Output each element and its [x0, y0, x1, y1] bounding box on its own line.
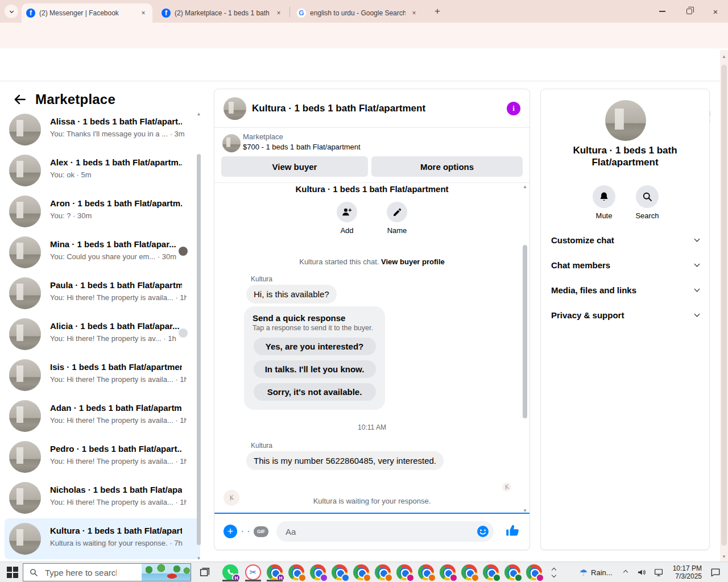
search-in-chat-button[interactable]: Search [632, 185, 662, 220]
tab-search-button[interactable] [5, 5, 18, 18]
chat-preview: You: Hi there! The property is availa...… [50, 457, 187, 465]
quick-reply-yes-button[interactable]: Yes, are you interested? [254, 338, 376, 355]
chrome-taskbar-icon[interactable] [526, 564, 542, 580]
conversation-title[interactable]: Kultura · 1 beds 1 bath Flat/apartment [252, 103, 507, 114]
chrome-taskbar-icon[interactable] [483, 564, 499, 580]
chrome-taskbar-icon[interactable] [504, 564, 520, 580]
conversation-panel: Kultura · 1 beds 1 bath Flat/apartment i… [214, 89, 530, 550]
search-label: Search [635, 211, 659, 220]
emoji-button[interactable] [476, 525, 490, 541]
chrome-taskbar-icon[interactable] [288, 564, 304, 580]
message-text-field[interactable] [284, 526, 471, 537]
message-input[interactable] [276, 521, 494, 542]
weather-label[interactable]: Rain... [591, 568, 613, 577]
volume-button[interactable] [636, 567, 647, 577]
taskbar-clock[interactable]: 10:17 PM 7/3/2025 [673, 564, 702, 580]
chat-list-item-paula[interactable]: Paula · 1 beds 1 bath Flat/apartm... You… [0, 273, 205, 314]
close-icon[interactable]: × [274, 9, 283, 18]
tab-messenger[interactable]: f (2) Messenger | Facebook × [22, 3, 152, 23]
rename-chat-button[interactable]: Name [382, 202, 412, 235]
chrome-taskbar-icon[interactable] [310, 564, 326, 580]
chrome-taskbar-icon[interactable] [396, 564, 412, 580]
section-chat-members[interactable]: Chat members [541, 252, 709, 277]
scroll-up-arrow[interactable]: ▲ [720, 55, 728, 59]
chrome-taskbar-icon[interactable] [353, 564, 369, 580]
chrome-taskbar-icon[interactable]: H [267, 564, 283, 580]
whatsapp-taskbar-icon[interactable]: H [222, 564, 238, 580]
back-arrow-icon[interactable] [13, 92, 27, 107]
window-minimize-button[interactable] [649, 0, 675, 23]
speaker-icon [636, 567, 647, 577]
tray-expand-chevron[interactable] [623, 570, 627, 575]
chevron-down-icon [552, 572, 556, 577]
chat-list-item-alicia[interactable]: Alicia · 1 beds 1 bath Flat/apar... You:… [0, 314, 205, 355]
taskbar-search[interactable] [23, 563, 191, 581]
window-close-button[interactable]: × [702, 0, 728, 23]
quick-reply-sorry-button[interactable]: Sorry, it's not available. [254, 383, 376, 401]
chrome-taskbar-icon[interactable] [418, 564, 434, 580]
facebook-favicon: f [162, 9, 171, 18]
chat-list-item-mina[interactable]: Mina · 1 beds 1 bath Flat/apar... You: C… [0, 232, 205, 273]
chat-list-item-kultura-selected[interactable]: Kultura · 1 beds 1 bath Flat/apart... Ku… [0, 518, 205, 559]
scroll-down-arrow[interactable]: ▼ [720, 555, 728, 559]
active-app-indicator [222, 580, 238, 581]
scroll-up-arrow[interactable]: ▲ [196, 112, 201, 117]
close-icon[interactable]: × [410, 9, 419, 18]
banner-source: Marketplace [243, 132, 283, 141]
tab-marketplace[interactable]: f (2) Marketplace - 1 beds 1 bath × [157, 3, 288, 23]
profile-badge [514, 573, 523, 582]
scroll-down-arrow[interactable]: ▼ [196, 556, 201, 561]
quick-reply-in-talks-button[interactable]: In talks. I'll let you know. [254, 360, 376, 378]
scrollbar-thumb[interactable] [721, 65, 727, 546]
chat-scrollbar[interactable]: ▲ ▼ [522, 185, 528, 513]
scroll-up-arrow[interactable]: ▲ [522, 185, 528, 189]
chat-list-item-pedro[interactable]: Pedro · 1 beds 1 bath Flat/apart... You:… [0, 436, 205, 477]
sticker-icon[interactable] [248, 525, 250, 538]
page-scrollbar[interactable]: ▲ ▼ [720, 50, 728, 562]
scrollbar-thumb[interactable] [523, 245, 527, 418]
section-privacy-support[interactable]: Privacy & support [541, 302, 709, 327]
chat-list-item-aron[interactable]: Aron · 1 beds 1 bath Flat/apartm... You:… [0, 191, 205, 232]
snipping-tool-taskbar-icon[interactable]: ✂ [245, 564, 261, 580]
action-center-button[interactable] [710, 567, 721, 578]
message-scroll-area[interactable]: Kultura · 1 beds 1 bath Flat/apartment A… [214, 183, 530, 513]
chat-list-item-alex[interactable]: Alex · 1 beds 1 bath Flat/apartm... You:… [0, 150, 205, 191]
start-button[interactable] [7, 567, 18, 578]
close-icon[interactable]: × [139, 9, 148, 18]
mute-button[interactable]: Mute [589, 185, 619, 220]
chat-list-item-nicholas[interactable]: Nicholas · 1 beds 1 bath Flat/apa... You… [0, 477, 205, 518]
chat-list-item-adan[interactable]: Adan · 1 beds 1 bath Flat/apartm... You:… [0, 396, 205, 436]
image-attach-icon[interactable] [242, 525, 243, 538]
taskbar-overflow-scroll[interactable] [549, 563, 559, 581]
tab-google-search[interactable]: G english to urdu - Google Search × [292, 3, 423, 23]
task-view-button[interactable] [198, 566, 214, 582]
attach-plus-button[interactable]: + [224, 525, 237, 538]
section-customize-chat[interactable]: Customize chat [541, 227, 709, 252]
listing-avatar[interactable] [224, 97, 246, 120]
weather-rain-icon[interactable]: ☂ [580, 567, 588, 578]
chrome-taskbar-icon[interactable] [332, 564, 348, 580]
view-buyer-profile-link[interactable]: View buyer profile [381, 257, 445, 266]
sidebar-scrollbar[interactable]: ▲ ▼ [196, 112, 201, 561]
gif-button[interactable]: GIF [254, 526, 268, 537]
chat-list-item-alissa[interactable]: Alissa · 1 beds 1 bath Flat/apart... You… [0, 109, 205, 150]
message-bubble[interactable]: Hi, is this available? [246, 285, 337, 304]
search-highlight-image[interactable] [142, 564, 191, 581]
chat-list-item-isis[interactable]: Isis · 1 beds 1 bath Flat/apartment You:… [0, 355, 205, 396]
message-bubble[interactable]: This is my number 5622860485, very inter… [246, 451, 444, 470]
taskbar-search-input[interactable] [44, 567, 118, 578]
add-member-button[interactable]: Add [332, 202, 362, 235]
scrollbar-thumb[interactable] [197, 154, 201, 545]
sender-name: Kultura [251, 442, 530, 450]
new-tab-button[interactable]: + [431, 5, 444, 18]
info-icon[interactable]: i [507, 102, 520, 115]
chrome-taskbar-icon[interactable] [440, 564, 456, 580]
like-button[interactable] [505, 523, 520, 541]
view-buyer-button[interactable]: View buyer [221, 156, 368, 177]
chrome-taskbar-icon[interactable] [461, 564, 477, 580]
section-media-files-links[interactable]: Media, files and links [541, 277, 709, 302]
chrome-taskbar-icon[interactable] [375, 564, 391, 580]
network-button[interactable] [653, 567, 664, 577]
window-restore-button[interactable] [676, 0, 702, 23]
more-options-button[interactable]: More options [371, 156, 523, 177]
